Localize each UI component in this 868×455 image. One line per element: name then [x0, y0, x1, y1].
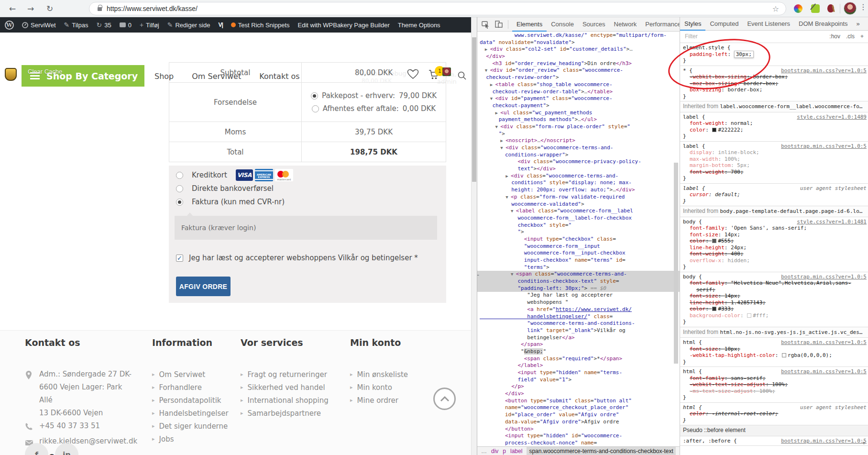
tab-performance[interactable]: Performance: [641, 17, 685, 32]
css-rule[interactable]: body {bootstrap.min.css?ver=1.0:5font-fa…: [680, 272, 868, 327]
dom-tree-line[interactable]: conditions-wrapper">: [480, 152, 680, 159]
css-rule[interactable]: html {bootstrap.min.css?ver=1.0:5font-si…: [680, 338, 868, 367]
dom-tree-line[interactable]: "woocommerce-form__input: [480, 243, 680, 250]
url-text[interactable]: https://www.serviwet.dk/kasse/: [107, 5, 198, 12]
footer-link[interactable]: ▸Samarbejdspartnere: [241, 407, 329, 420]
dom-tree-line[interactable]: betingelser</a>: [480, 334, 680, 342]
admin-bar-item[interactable]: 0: [120, 22, 132, 29]
place-order-button[interactable]: AFGIV ORDRE: [176, 277, 231, 296]
admin-bar-item[interactable]: W: [5, 21, 14, 30]
shipping-option[interactable]: Pakkepost - erhverv:79,00 DKK: [302, 89, 446, 102]
dom-tree-line[interactable]: </div>: [480, 390, 680, 398]
dom-tree-line[interactable]: payment_methods methods">…</ul>: [480, 116, 680, 123]
breadcrumb-item[interactable]: span.woocommerce-terms-and-conditions-ch…: [527, 447, 675, 455]
dom-tree-line[interactable]: ▶ <noscript>…</noscript>: [480, 137, 680, 144]
admin-bar-item[interactable]: ↻35: [96, 22, 111, 29]
admin-bar-item[interactable]: ✎Tilpas: [64, 22, 88, 29]
terms-checkbox[interactable]: ✓: [176, 255, 183, 262]
dom-tree-line[interactable]: woocommerce-form__input-checkbox: [480, 250, 680, 257]
dom-tree-line[interactable]: data-value="Afgiv ordre">Afgiv ordre: [480, 419, 680, 426]
css-rule[interactable]: body {style.css?ver=1.0:1481font-family:…: [680, 217, 868, 272]
dom-tree-line[interactable]: handelsbetingelser/" class=: [480, 313, 680, 321]
tab-sources[interactable]: Sources: [578, 17, 610, 32]
dom-tree-line[interactable]: <input type="checkbox" class=: [480, 236, 680, 243]
dom-tree-line[interactable]: <input type="hidden" id="woocommerce-: [480, 433, 680, 440]
color-swatch[interactable]: [712, 128, 716, 132]
browser-profile-avatar[interactable]: [844, 2, 857, 15]
dom-tree-line[interactable]: "woocommerce-terms-and-conditions-: [480, 320, 680, 327]
footer-link[interactable]: ▸Jobs: [152, 433, 229, 445]
dom-tree-line[interactable]: … ▼ <span class="woocommerce-terms-and-: [477, 271, 680, 278]
dom-tree-line[interactable]: <input type="hidden" name="terms-: [480, 369, 680, 377]
dom-tree-line[interactable]: conditions-checkbox-text" style=: [477, 278, 680, 285]
css-rule[interactable]: label {style.css?ver=1.0:1489font-weight…: [680, 112, 868, 142]
dom-tree-line[interactable]: ▼ <div id="payment" class="woocommerce-: [480, 95, 680, 102]
stylesheet-link[interactable]: bootstrap.min.css?ver=1.0:5: [781, 438, 867, 444]
footer-link[interactable]: ▸Min ønskeliste: [350, 368, 408, 381]
extension-colorpicker-icon[interactable]: [811, 4, 820, 13]
dom-tree-line[interactable]: woocommerce-form__label-for-checkbox: [480, 215, 680, 222]
dom-tree-line[interactable]: name="woocommerce_checkout_place_order": [480, 404, 680, 411]
dom-tree-line[interactable]: <h3 id="order_review_heading">Din ordre<…: [480, 60, 680, 67]
dom-tree-line[interactable]: <a href="https://www.serviwet.dk/: [480, 306, 680, 313]
stylesheet-link[interactable]: style.css?ver=1.0:1489: [797, 114, 867, 121]
dom-tree-line[interactable]: ▶ <div class="col2-set" id="customer_det…: [480, 46, 680, 53]
dom-tree-line[interactable]: ▼ <div class="form-row place-order" styl…: [480, 123, 680, 131]
stylesheet-link[interactable]: bootstrap.min.css?ver=1.0:5: [781, 274, 867, 280]
footer-link[interactable]: ▸Det siger kunderne: [152, 420, 229, 433]
extension-debug-icon[interactable]: [827, 4, 834, 12]
dom-tree-line[interactable]: </div>: [480, 53, 680, 60]
dom-tree-line[interactable]: woocommerce-validated">: [480, 201, 680, 208]
dom-tree-line[interactable]: ">: [480, 131, 680, 138]
dom-tree-line[interactable]: text"></div>: [480, 166, 680, 173]
shipping-option[interactable]: Afhentes efter aftale:0,00 DKK: [302, 102, 446, 115]
footer-link[interactable]: ▸Om Serviwet: [152, 368, 229, 381]
dom-tree-line[interactable]: ▼ <p class="form-row validate-required: [480, 194, 680, 201]
css-rule[interactable]: label {user agent stylesheetcursor: defa…: [680, 184, 868, 207]
stylesheet-link[interactable]: user agent stylesheet: [800, 185, 867, 192]
inspect-element-icon[interactable]: [482, 20, 490, 29]
dom-tree-line[interactable]: link" target="_blank">Vilkår og: [480, 327, 680, 334]
admin-bar-item[interactable]: Edit with WPBakery Page Builder: [298, 22, 390, 29]
dom-tree-line[interactable]: conditions" style="display: none; max-: [480, 179, 680, 187]
payment-method[interactable]: KreditkortVISAAMERICANEXPRESSmastercard: [176, 169, 293, 181]
radio-button[interactable]: [312, 105, 319, 112]
dom-tree-line[interactable]: "&nbsp;": [480, 348, 680, 355]
terms-label[interactable]: Jeg har læst og accepterer webshoppens V…: [189, 254, 418, 262]
breadcrumb-item[interactable]: …: [481, 448, 487, 455]
user-avatar[interactable]: [442, 67, 451, 76]
styles-control-cls[interactable]: .cls: [846, 33, 855, 40]
footer-link[interactable]: ▸Persondatapolitik: [152, 394, 229, 407]
css-rule[interactable]: * {bootstrap.min.css?ver=1.0:5-webkit-bo…: [680, 66, 868, 102]
admin-bar-item[interactable]: ✎Rediger side: [167, 22, 210, 29]
filter-input[interactable]: Filter: [685, 33, 698, 40]
sidebar-tab-computed[interactable]: Computed: [705, 17, 743, 31]
stylesheet-link[interactable]: bootstrap.min.css?ver=1.0:5: [781, 143, 867, 150]
color-swatch[interactable]: [712, 239, 716, 243]
dom-tree-line[interactable]: input-checkbox" name="terms" id=: [480, 257, 680, 264]
radio-button[interactable]: [176, 199, 183, 206]
dom-tree-line[interactable]: id="place_order" value="Afgiv ordre": [480, 411, 680, 419]
admin-bar-item[interactable]: ServiWet: [22, 22, 56, 29]
styles-control-[interactable]: +: [860, 33, 864, 40]
dom-tree-line[interactable]: webshoppens ": [480, 299, 680, 306]
breadcrumb-item[interactable]: label: [510, 448, 522, 455]
browser-menu-icon[interactable]: ⋮: [859, 2, 867, 11]
admin-bar-item[interactable]: Test Rich Snippets: [231, 22, 290, 29]
footer-link[interactable]: ▸Forhandlere: [152, 381, 229, 394]
breadcrumb-item[interactable]: p: [503, 448, 506, 455]
payment-method[interactable]: Direkte bankoverførsel: [176, 183, 274, 194]
dom-tree-line[interactable]: ▶ <table class="shop_table woocommerce-: [480, 81, 680, 89]
admin-bar-item[interactable]: V|: [218, 22, 222, 28]
admin-bar-item[interactable]: Theme Options: [398, 22, 440, 29]
device-toolbar-icon[interactable]: [494, 20, 503, 29]
dom-tree-line[interactable]: data" novalidate="novalidate">: [480, 39, 680, 46]
forward-icon[interactable]: →: [25, 3, 36, 14]
tab-console[interactable]: Console: [547, 17, 578, 32]
stylesheet-link[interactable]: user agent stylesheet: [800, 404, 867, 411]
stylesheet-link[interactable]: bootstrap.min.css?ver=1.0:5: [781, 67, 867, 74]
address-bar[interactable]: https://www.serviwet.dk/kasse/ ☆: [89, 2, 786, 15]
radio-button[interactable]: [176, 185, 183, 192]
radio-button[interactable]: [311, 92, 318, 100]
dom-tree-line[interactable]: checkout-review-order-table">…</table>: [480, 89, 680, 96]
